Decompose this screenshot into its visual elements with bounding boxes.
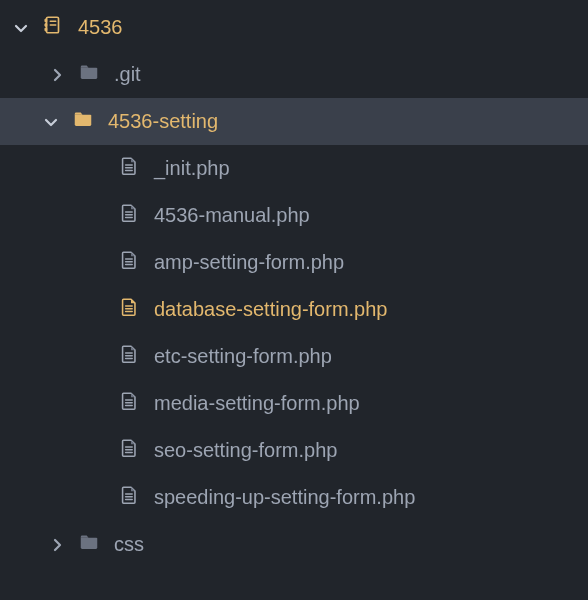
tree-item-label: 4536-manual.php bbox=[154, 204, 310, 227]
folder-icon bbox=[58, 108, 94, 135]
file-icon bbox=[104, 155, 140, 182]
project-icon bbox=[28, 14, 64, 41]
tree-root[interactable]: 4536 bbox=[0, 4, 588, 51]
chevron-right-icon bbox=[50, 68, 64, 82]
tree-item-label: amp-setting-form.php bbox=[154, 251, 344, 274]
chevron-right-icon bbox=[50, 538, 64, 552]
file-icon bbox=[104, 249, 140, 276]
tree-item-init[interactable]: _init.php bbox=[0, 145, 588, 192]
file-icon bbox=[104, 390, 140, 417]
svg-rect-2 bbox=[45, 24, 47, 27]
tree-item-db[interactable]: database-setting-form.php bbox=[0, 286, 588, 333]
folder-icon bbox=[64, 61, 100, 88]
tree-item-label: etc-setting-form.php bbox=[154, 345, 332, 368]
tree-item-manual[interactable]: 4536-manual.php bbox=[0, 192, 588, 239]
tree-item-label: css bbox=[114, 533, 144, 556]
tree-item-git[interactable]: .git bbox=[0, 51, 588, 98]
file-icon bbox=[104, 437, 140, 464]
tree-item-label: database-setting-form.php bbox=[154, 298, 387, 321]
file-icon bbox=[104, 296, 140, 323]
tree-item-amp[interactable]: amp-setting-form.php bbox=[0, 239, 588, 286]
tree-item-label: .git bbox=[114, 63, 141, 86]
file-icon bbox=[104, 343, 140, 370]
tree-item-label: media-setting-form.php bbox=[154, 392, 360, 415]
svg-rect-3 bbox=[45, 28, 47, 31]
tree-item-setting[interactable]: 4536-setting bbox=[0, 98, 588, 145]
tree-item-label: speeding-up-setting-form.php bbox=[154, 486, 415, 509]
tree-item-label: seo-setting-form.php bbox=[154, 439, 337, 462]
project-name: 4536 bbox=[78, 16, 123, 39]
svg-rect-1 bbox=[45, 19, 47, 22]
chevron-down-icon bbox=[44, 115, 58, 129]
chevron-down-icon bbox=[14, 21, 28, 35]
tree-item-css[interactable]: css bbox=[0, 521, 588, 568]
tree-item-media[interactable]: media-setting-form.php bbox=[0, 380, 588, 427]
folder-icon bbox=[64, 531, 100, 558]
tree-item-label: _init.php bbox=[154, 157, 230, 180]
tree-item-label: 4536-setting bbox=[108, 110, 218, 133]
file-tree: 4536 .git 4536-setting _init.php 4536-ma… bbox=[0, 0, 588, 568]
file-icon bbox=[104, 484, 140, 511]
tree-item-speed[interactable]: speeding-up-setting-form.php bbox=[0, 474, 588, 521]
file-icon bbox=[104, 202, 140, 229]
tree-item-seo[interactable]: seo-setting-form.php bbox=[0, 427, 588, 474]
tree-item-etc[interactable]: etc-setting-form.php bbox=[0, 333, 588, 380]
